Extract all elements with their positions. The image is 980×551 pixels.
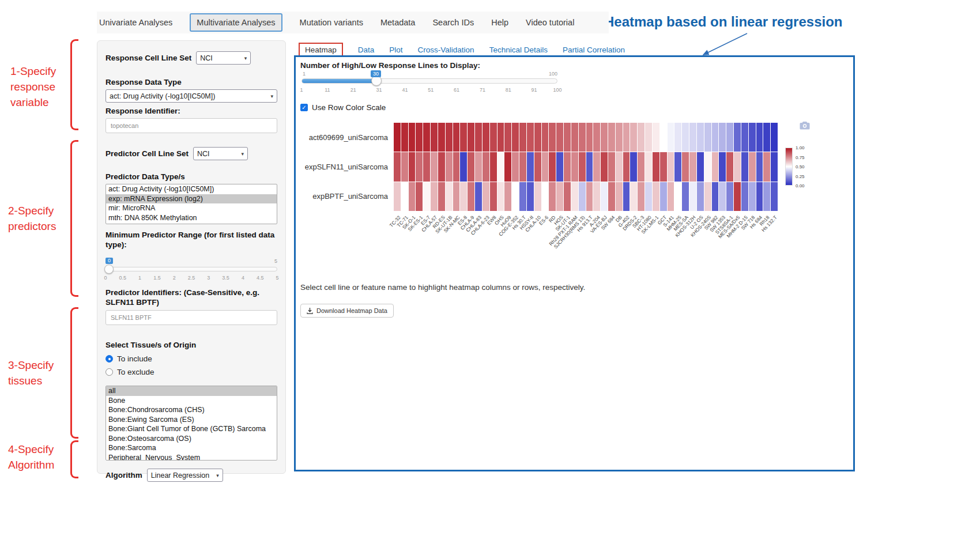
heatmap-cell[interactable] [446,152,453,181]
heatmap-cell[interactable] [446,182,453,211]
heatmap-cell[interactable] [719,152,726,181]
heatmap-row-label[interactable]: expSLFN11_uniSarcoma [296,152,391,182]
heatmap-cell[interactable] [519,123,526,152]
heatmap-cell[interactable] [512,182,519,211]
heatmap-cell[interactable] [519,182,526,211]
listbox-option[interactable]: mir: MicroRNA [106,203,277,213]
heatmap-cell[interactable] [638,152,644,181]
heatmap-cell[interactable] [763,123,770,152]
heatmap-cell[interactable] [490,152,497,181]
heatmap-cell[interactable] [460,182,467,211]
heatmap-cell[interactable] [475,123,482,152]
heatmap-cell[interactable] [460,123,467,152]
heatmap-cell[interactable] [564,182,571,211]
heatmap-cell[interactable] [497,152,504,181]
heatmap-cell[interactable] [682,182,689,211]
heatmap-cell[interactable] [423,152,430,181]
heatmap-cell[interactable] [571,152,578,181]
heatmap-cell[interactable] [660,182,667,211]
heatmap-cell[interactable] [668,182,674,211]
heatmap-cell[interactable] [719,123,726,152]
heatmap-cell[interactable] [490,123,497,152]
heatmap-cell[interactable] [475,182,482,211]
nav-item-univariate-analyses[interactable]: Univariate Analyses [99,18,172,27]
nav-item-multivariate-analyses[interactable]: Multivariate Analyses [190,13,282,32]
camera-icon[interactable] [800,121,810,132]
heatmap-cell[interactable] [653,123,659,152]
predictor-identifiers-input[interactable] [105,310,277,325]
listbox-option[interactable]: act: Drug Activity (-log10[IC50M]) [106,184,277,194]
heatmap-cell[interactable] [601,152,608,181]
heatmap-cell[interactable] [586,123,593,152]
nav-item-mutation-variants[interactable]: Mutation variants [300,18,363,27]
heatmap-cell[interactable] [438,123,445,152]
heatmap-cell[interactable] [712,182,719,211]
heatmap-cell[interactable] [749,182,756,211]
heatmap-cell[interactable] [756,182,763,211]
heatmap-cell[interactable] [504,182,511,211]
heatmap-cell[interactable] [697,123,704,152]
heatmap-cell[interactable] [712,123,719,152]
heatmap-cell[interactable] [704,182,711,211]
heatmap-cell[interactable] [645,182,652,211]
heatmap-cell[interactable] [586,152,593,181]
heatmap-cell[interactable] [423,182,430,211]
heatmap-cell[interactable] [446,123,453,152]
tab-partial-correlation[interactable]: Partial Correlation [563,46,625,54]
heatmap-cell[interactable] [416,152,423,181]
listbox-option[interactable]: Bone:Osteosarcoma (OS) [106,434,277,444]
heatmap-cell[interactable] [431,182,438,211]
heatmap-cell[interactable] [741,152,748,181]
heatmap-cell[interactable] [416,182,423,211]
heatmap-cell[interactable] [616,152,623,181]
predictor-range-handle[interactable] [104,265,114,274]
heatmap-cell[interactable] [431,152,438,181]
heatmap-cell[interactable] [593,152,600,181]
heatmap-cell[interactable] [682,152,689,181]
listbox-option[interactable]: Bone:Ewing Sarcoma (ES) [106,415,277,425]
heatmap-cell[interactable] [756,123,763,152]
heatmap-cell[interactable] [616,123,623,152]
heatmap-cell[interactable] [438,182,445,211]
download-heatmap-data-button[interactable]: Download Heatmap Data [300,304,394,318]
heatmap-cell[interactable] [571,182,578,211]
listbox-option[interactable]: Bone:Sarcoma [106,443,277,453]
row-color-scale-checkbox[interactable] [300,104,308,111]
heatmap-cell[interactable] [504,152,511,181]
heatmap-cell[interactable] [638,182,644,211]
heatmap-cell[interactable] [645,152,652,181]
heatmap-cell[interactable] [771,182,778,211]
listbox-option[interactable]: all [106,386,277,396]
heatmap-cell[interactable] [534,182,541,211]
tissue-listbox[interactable]: allBoneBone:Chondrosarcoma (CHS)Bone:Ewi… [105,386,277,461]
heatmap-cell[interactable] [549,123,556,152]
heatmap-cell[interactable] [689,182,696,211]
heatmap-cell[interactable] [674,182,681,211]
heatmap-cell[interactable] [453,152,460,181]
heatmap-cell[interactable] [638,123,644,152]
heatmap-cell[interactable] [726,182,733,211]
heatmap-cell[interactable] [682,123,689,152]
heatmap-cell[interactable] [763,182,770,211]
heatmap-cell[interactable] [394,123,401,152]
heatmap-cell[interactable] [416,123,423,152]
heatmap-cell[interactable] [497,182,504,211]
heatmap-cell[interactable] [527,152,534,181]
heatmap-cell[interactable] [623,123,630,152]
listbox-option[interactable]: Bone:Chondrosarcoma (CHS) [106,405,277,415]
heatmap-cell[interactable] [689,123,696,152]
heatmap-cell[interactable] [579,123,586,152]
heatmap-cell[interactable] [608,182,615,211]
response-data-type-select[interactable]: act: Drug Activity (-log10[IC50M]) ▾ [105,89,277,103]
listbox-option[interactable]: Bone [106,396,277,406]
heatmap-cell[interactable] [653,152,659,181]
heatmap-cell[interactable] [741,182,748,211]
heatmap-cell[interactable] [608,123,615,152]
predictor-data-type-listbox[interactable]: act: Drug Activity (-log10[IC50M])exp: m… [105,184,277,224]
heatmap-cell[interactable] [438,152,445,181]
heatmap-cell[interactable] [749,123,756,152]
heatmap-cell[interactable] [608,152,615,181]
predictor-range-slider[interactable]: 0 5 00.511.522.533.544.55 [105,258,277,284]
heatmap-cell[interactable] [468,182,474,211]
heatmap-cell[interactable] [556,123,563,152]
